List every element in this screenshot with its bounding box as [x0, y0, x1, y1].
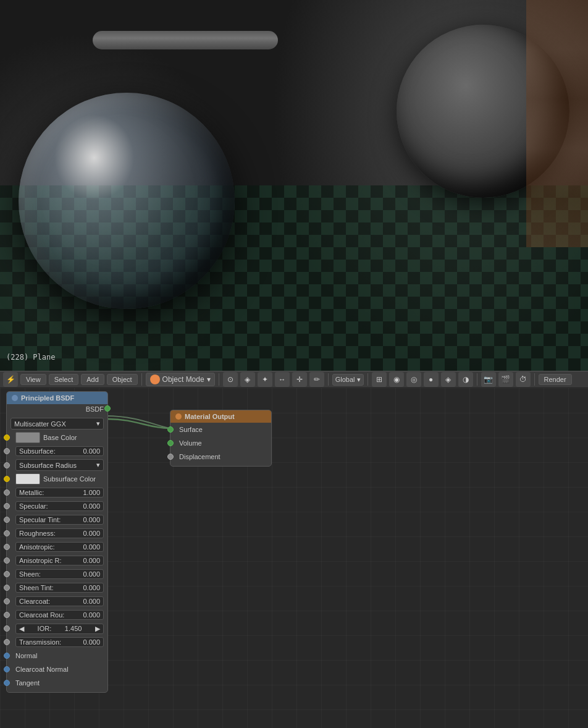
specular-socket[interactable]: [4, 503, 10, 509]
transmission-socket[interactable]: [4, 639, 10, 645]
sheen-tint-field[interactable]: Sheen Tint: 0.000: [15, 583, 104, 593]
camera-icon[interactable]: 📷: [481, 372, 496, 387]
specular-tint-socket[interactable]: [4, 517, 10, 523]
surface-socket[interactable]: [167, 426, 174, 433]
metallic-row[interactable]: Metallic: 1.000: [7, 486, 107, 499]
render-button[interactable]: Render: [539, 374, 572, 385]
specular-tint-label: Specular Tint:: [19, 516, 61, 523]
ior-field[interactable]: ◀ IOR: 1.450 ▶: [15, 624, 104, 634]
clearcoat-row[interactable]: Clearcoat: 0.000: [7, 595, 107, 608]
ior-left-arrow[interactable]: ◀: [19, 625, 24, 633]
specular-row[interactable]: Specular: 0.000: [7, 499, 107, 513]
separator-6: [534, 373, 535, 386]
normal-socket[interactable]: [4, 653, 10, 659]
roughness-label: Roughness:: [19, 530, 56, 537]
base-color-socket[interactable]: [4, 434, 10, 441]
bsdf-output-row: BSDF: [7, 404, 107, 417]
cursor-icon[interactable]: ✛: [292, 372, 307, 387]
subsurface-radius-row[interactable]: Subsurface Radius ▾: [7, 458, 107, 472]
metallic-socket[interactable]: [4, 489, 10, 496]
tangent-row[interactable]: Tangent: [7, 676, 107, 690]
node-editor[interactable]: Principled BSDF BSDF Multiscatter GGX ▾ …: [0, 388, 588, 728]
view-button[interactable]: View: [20, 374, 46, 385]
specular-field[interactable]: Specular: 0.000: [15, 501, 104, 511]
toolbar-mode-icon[interactable]: ⚡: [3, 372, 18, 387]
add-button[interactable]: Add: [81, 374, 104, 385]
subsurface-color-row[interactable]: Subsurface Color: [7, 472, 107, 486]
rendered-icon[interactable]: ◑: [458, 372, 473, 387]
roughness-row[interactable]: Roughness: 0.000: [7, 527, 107, 540]
surface-label: Surface: [179, 426, 267, 433]
ior-row[interactable]: ◀ IOR: 1.450 ▶: [7, 622, 107, 635]
ior-right-arrow[interactable]: ▶: [95, 625, 100, 633]
sheen-socket[interactable]: [4, 571, 10, 577]
transform-icon[interactable]: ✦: [258, 372, 272, 387]
normal-row[interactable]: Normal: [7, 649, 107, 662]
roughness-field[interactable]: Roughness: 0.000: [15, 528, 104, 538]
sheen-row[interactable]: Sheen: 0.000: [7, 567, 107, 581]
pen-icon[interactable]: ✏: [309, 372, 324, 387]
grid-icon[interactable]: ⊞: [372, 372, 387, 387]
subsurface-socket[interactable]: [4, 448, 10, 454]
displacement-socket[interactable]: [167, 454, 174, 460]
metallic-field[interactable]: Metallic: 1.000: [15, 488, 104, 497]
select-button[interactable]: Select: [49, 374, 79, 385]
material-output-node[interactable]: Material Output Surface Volume Displacem…: [170, 410, 272, 467]
coordinate-select[interactable]: Global ▾: [332, 374, 364, 386]
anisotropic-socket[interactable]: [4, 544, 10, 550]
wireframe-icon[interactable]: ◎: [406, 372, 421, 387]
volume-label: Volume: [179, 439, 267, 447]
volume-socket[interactable]: [167, 440, 174, 446]
base-color-swatch[interactable]: [15, 432, 40, 443]
subsurface-row[interactable]: Subsurface: 0.000: [7, 444, 107, 458]
ior-socket[interactable]: [4, 625, 10, 632]
subsurface-radius-socket[interactable]: [4, 462, 10, 468]
specular-tint-row[interactable]: Specular Tint: 0.000: [7, 513, 107, 527]
anisotropic-r-row[interactable]: Anisotropic R: 0.000: [7, 554, 107, 567]
specular-tint-field[interactable]: Specular Tint: 0.000: [15, 515, 104, 525]
transmission-field[interactable]: Transmission: 0.000: [15, 637, 104, 647]
clearcoat-rou-field[interactable]: Clearcoat Rou: 0.000: [15, 610, 104, 620]
principled-bsdf-node[interactable]: Principled BSDF BSDF Multiscatter GGX ▾ …: [6, 391, 108, 693]
clearcoat-normal-socket[interactable]: [4, 666, 10, 672]
overlay-icon[interactable]: ◉: [389, 372, 404, 387]
mode-selector[interactable]: Object Mode ▾: [146, 373, 215, 386]
clearcoat-field[interactable]: Clearcoat: 0.000: [15, 596, 104, 606]
volume-row[interactable]: Volume: [170, 436, 271, 450]
pivot-icon[interactable]: ⊙: [223, 372, 238, 387]
anisotropic-r-field[interactable]: Anisotropic R: 0.000: [15, 556, 104, 565]
subsurface-color-swatch[interactable]: [15, 473, 40, 485]
anisotropic-field[interactable]: Anisotropic: 0.000: [15, 542, 104, 552]
material-icon[interactable]: ◈: [441, 372, 456, 387]
base-color-row[interactable]: Base Color: [7, 431, 107, 444]
subsurface-field[interactable]: Subsurface: 0.000: [15, 446, 104, 456]
clearcoat-normal-row[interactable]: Clearcoat Normal: [7, 662, 107, 676]
sheen-tint-socket[interactable]: [4, 585, 10, 591]
object-button[interactable]: Object: [107, 374, 138, 385]
anisotropic-row[interactable]: Anisotropic: 0.000: [7, 540, 107, 554]
clearcoat-rou-socket[interactable]: [4, 612, 10, 618]
distribution-dropdown[interactable]: Multiscatter GGX ▾: [10, 418, 104, 430]
sheen-tint-row[interactable]: Sheen Tint: 0.000: [7, 581, 107, 595]
roughness-socket[interactable]: [4, 530, 10, 536]
move-icon[interactable]: ↔: [275, 372, 290, 387]
render-icon[interactable]: 🎬: [498, 372, 513, 387]
sheen-label: Sheen:: [19, 570, 41, 578]
surface-row[interactable]: Surface: [170, 423, 271, 436]
subsurface-radius-dropdown[interactable]: Subsurface Radius ▾: [15, 459, 104, 471]
anisotropic-r-socket[interactable]: [4, 557, 10, 564]
distribution-row[interactable]: Multiscatter GGX ▾: [7, 417, 107, 431]
subsurface-color-socket[interactable]: [4, 476, 10, 482]
clearcoat-rou-label: Clearcoat Rou:: [19, 611, 64, 619]
subsurface-value: 0.000: [83, 447, 100, 455]
clearcoat-socket[interactable]: [4, 598, 10, 604]
tangent-socket[interactable]: [4, 680, 10, 686]
bsdf-output-socket[interactable]: [104, 405, 111, 412]
transmission-row[interactable]: Transmission: 0.000: [7, 635, 107, 649]
timeline-icon[interactable]: ⏱: [516, 372, 531, 387]
solid-icon[interactable]: ●: [424, 372, 439, 387]
clearcoat-rou-row[interactable]: Clearcoat Rou: 0.000: [7, 608, 107, 622]
snap-icon[interactable]: ◈: [240, 372, 255, 387]
displacement-row[interactable]: Displacement: [170, 450, 271, 463]
sheen-field[interactable]: Sheen: 0.000: [15, 569, 104, 579]
